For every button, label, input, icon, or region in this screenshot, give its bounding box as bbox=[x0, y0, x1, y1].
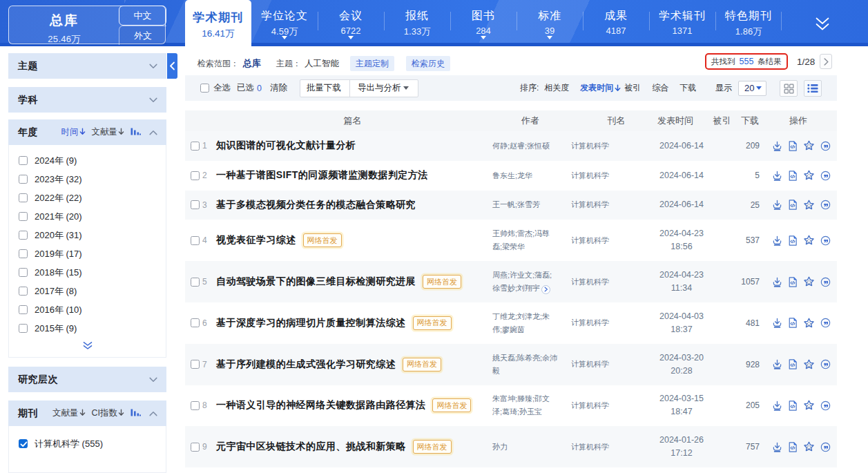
chevron-down-icon[interactable] bbox=[149, 97, 157, 103]
nav-tab-2[interactable]: 学位论文4.59万 bbox=[251, 0, 318, 43]
select-all-label[interactable]: 全选 bbox=[213, 82, 231, 94]
row-journal[interactable]: 计算机科学 bbox=[573, 141, 644, 151]
row-journal[interactable]: 计算机科学 bbox=[573, 200, 644, 210]
quote-button[interactable] bbox=[820, 235, 831, 246]
export-analyze-button[interactable]: 导出与分析 bbox=[349, 80, 418, 97]
quote-button[interactable] bbox=[820, 318, 831, 328]
checkbox[interactable] bbox=[19, 287, 28, 296]
select-all-checkbox[interactable] bbox=[200, 84, 209, 93]
favorite-button[interactable] bbox=[803, 200, 815, 211]
nav-tab-6[interactable]: 标准39 bbox=[517, 0, 583, 43]
row-authors[interactable]: 王一帆;张雪芳 bbox=[483, 198, 573, 211]
checkbox[interactable] bbox=[19, 268, 28, 277]
year-filter-item[interactable]: 2018年 (15) bbox=[9, 263, 166, 282]
quote-button[interactable] bbox=[820, 200, 831, 210]
article-title-link[interactable]: 视觉表征学习综述 bbox=[216, 234, 296, 247]
quote-button[interactable] bbox=[820, 400, 831, 411]
more-databases-button[interactable] bbox=[814, 15, 831, 32]
sort-option-3[interactable]: 被引 bbox=[624, 82, 641, 94]
row-checkbox[interactable] bbox=[191, 171, 200, 180]
sort-option-2[interactable]: 发表时间 bbox=[580, 82, 613, 94]
chevron-up-icon[interactable] bbox=[149, 130, 157, 135]
article-title-link[interactable]: 基于序列建模的生成式强化学习研究综述 bbox=[216, 358, 396, 371]
panel-year-header[interactable]: 年度 时间 文献量 bbox=[8, 119, 166, 145]
article-title-link[interactable]: 一种基于谱图SIFT的同源频谱监测数据判定方法 bbox=[216, 169, 428, 182]
journal-sort-by-ci[interactable]: CI指数 bbox=[92, 407, 125, 419]
html-read-button[interactable] bbox=[788, 200, 798, 210]
nav-tab-9[interactable]: 特色期刊1.86万 bbox=[715, 0, 782, 43]
row-journal[interactable]: 计算机科学 bbox=[573, 359, 644, 369]
chevron-down-icon[interactable] bbox=[149, 377, 157, 383]
panel-subject-header[interactable]: 学科 bbox=[8, 87, 166, 113]
year-sort-by-count[interactable]: 文献量 bbox=[92, 126, 125, 138]
favorite-button[interactable] bbox=[803, 140, 815, 151]
year-filter-item[interactable]: 2020年 (31) bbox=[9, 226, 166, 244]
download-button[interactable] bbox=[772, 171, 782, 181]
nav-tab-8[interactable]: 学术辑刊1371 bbox=[649, 0, 715, 43]
grid-view-button[interactable] bbox=[780, 80, 798, 97]
year-filter-item[interactable]: 2017年 (8) bbox=[9, 282, 166, 300]
year-filter-item[interactable]: 2021年 (20) bbox=[9, 207, 166, 226]
quote-button[interactable] bbox=[820, 277, 831, 287]
checkbox[interactable] bbox=[19, 212, 28, 221]
next-page-button[interactable] bbox=[820, 54, 832, 69]
row-checkbox[interactable] bbox=[191, 443, 200, 452]
html-read-button[interactable] bbox=[788, 359, 798, 369]
row-checkbox[interactable] bbox=[191, 401, 200, 410]
html-read-button[interactable] bbox=[788, 235, 798, 246]
favorite-button[interactable] bbox=[803, 400, 815, 411]
row-journal[interactable]: 计算机科学 bbox=[573, 318, 644, 328]
row-authors[interactable]: 丁维龙;刘津龙;朱伟;廖婉茵 bbox=[483, 310, 573, 336]
sort-option-1[interactable]: 相关度 bbox=[544, 82, 569, 94]
checkbox[interactable] bbox=[19, 231, 28, 240]
row-authors[interactable]: 王帅炜;雷杰;冯尊磊;梁荣华 bbox=[483, 227, 573, 253]
quote-button[interactable] bbox=[820, 359, 831, 369]
row-checkbox[interactable] bbox=[191, 360, 200, 369]
checkbox[interactable] bbox=[19, 324, 28, 333]
favorite-button[interactable] bbox=[803, 170, 815, 181]
search-history-button[interactable]: 检索历史 bbox=[406, 56, 450, 71]
panel-theme-header[interactable]: 主题 bbox=[8, 53, 166, 79]
checkbox[interactable] bbox=[19, 249, 28, 258]
row-checkbox[interactable] bbox=[191, 142, 200, 151]
download-button[interactable] bbox=[772, 141, 782, 151]
nav-tab-3[interactable]: 会议6722 bbox=[318, 0, 384, 43]
nav-tab-5[interactable]: 图书284 bbox=[450, 0, 517, 43]
row-authors[interactable]: 孙力 bbox=[483, 441, 573, 454]
download-button[interactable] bbox=[772, 400, 782, 411]
row-authors[interactable]: 朱富坤;滕臻;邵文泽;葛琦;孙玉宝 bbox=[483, 392, 573, 418]
nav-tab-1[interactable]: 学术期刊16.41万 bbox=[185, 0, 251, 46]
checkbox[interactable] bbox=[19, 156, 28, 165]
html-read-button[interactable] bbox=[788, 141, 798, 151]
row-authors[interactable]: 周燕;许业文;蒲磊;徐雪妙;刘翔宇 bbox=[483, 269, 573, 295]
panel-journal-header[interactable]: 期刊 文献量 CI指数 bbox=[8, 400, 166, 426]
html-read-button[interactable] bbox=[788, 400, 798, 411]
library-total-button[interactable]: 总库 25.46万 bbox=[9, 6, 119, 44]
year-filter-item[interactable]: 2016年 (10) bbox=[9, 300, 166, 319]
download-button[interactable] bbox=[772, 200, 782, 210]
sort-option-5[interactable]: 下载 bbox=[679, 82, 696, 94]
article-title-link[interactable]: 元宇宙中区块链技术的应用、挑战和新策略 bbox=[216, 441, 406, 453]
page-size-select[interactable]: 20 bbox=[738, 81, 766, 96]
html-read-button[interactable] bbox=[788, 171, 798, 181]
year-filter-item[interactable]: 2015年 (9) bbox=[9, 319, 166, 338]
year-filter-item[interactable]: 2022年 (22) bbox=[9, 189, 166, 207]
quote-button[interactable] bbox=[820, 171, 831, 181]
row-checkbox[interactable] bbox=[191, 200, 200, 209]
download-button[interactable] bbox=[772, 235, 782, 246]
lang-tab-chinese[interactable]: 中文 bbox=[119, 6, 166, 26]
row-checkbox[interactable] bbox=[191, 236, 200, 245]
lang-tab-foreign[interactable]: 外文 bbox=[119, 26, 166, 45]
chevron-down-icon[interactable] bbox=[149, 64, 157, 69]
year-filter-item[interactable]: 2024年 (9) bbox=[9, 151, 166, 170]
expand-years-button[interactable] bbox=[9, 342, 166, 360]
row-checkbox[interactable] bbox=[191, 278, 200, 287]
more-authors-button[interactable] bbox=[541, 285, 550, 294]
scope-value[interactable]: 总库 bbox=[243, 57, 261, 70]
row-journal[interactable]: 计算机科学 bbox=[573, 171, 644, 181]
list-view-button[interactable] bbox=[804, 80, 822, 97]
row-checkbox[interactable] bbox=[191, 318, 200, 327]
html-read-button[interactable] bbox=[788, 277, 798, 287]
article-title-link[interactable]: 知识图谱的可视化文献计量分析 bbox=[216, 139, 356, 152]
year-sort-by-time[interactable]: 时间 bbox=[61, 126, 86, 138]
